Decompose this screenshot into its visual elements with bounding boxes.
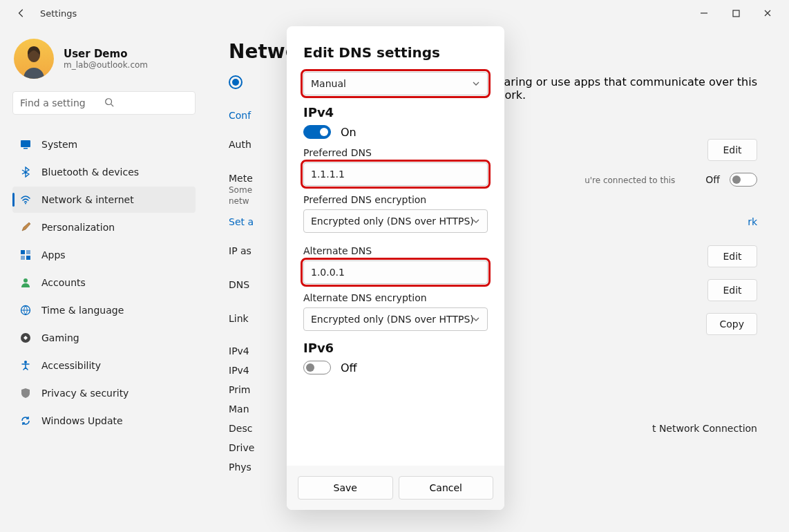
globe-icon — [19, 304, 32, 316]
svg-rect-5 — [23, 148, 28, 149]
svg-line-3 — [111, 104, 113, 107]
metered-sub1: Some — [229, 185, 253, 195]
accessibility-icon — [19, 359, 32, 372]
description-value-partial: t Network Connection — [652, 423, 757, 434]
metered-sub-right: u're connected to this — [584, 175, 675, 185]
apps-icon — [19, 249, 32, 261]
dns-mode-select[interactable]: Manual — [303, 72, 488, 95]
sidebar-item-update[interactable]: Windows Update — [12, 408, 196, 434]
sidebar-item-label: Personalization — [41, 222, 115, 233]
sidebar-item-gaming[interactable]: Gaming — [12, 325, 196, 351]
alternate-enc-label: Alternate DNS encryption — [303, 292, 488, 303]
chevron-down-icon — [472, 217, 480, 225]
cancel-button[interactable]: Cancel — [399, 476, 494, 500]
gaming-icon — [19, 332, 32, 344]
system-icon — [19, 138, 32, 151]
metered-toggle[interactable] — [730, 173, 757, 187]
ipv4-toggle[interactable] — [303, 125, 331, 139]
svg-rect-9 — [21, 256, 25, 260]
search-placeholder: Find a setting — [20, 97, 104, 108]
svg-rect-7 — [21, 250, 25, 254]
sidebar-item-accounts[interactable]: Accounts — [12, 269, 196, 296]
sidebar-item-label: Privacy & security — [41, 388, 129, 399]
search-icon — [104, 97, 189, 108]
ipv4-heading: IPv4 — [303, 105, 488, 120]
dialog-title: Edit DNS settings — [303, 44, 488, 61]
sidebar-item-network[interactable]: Network & internet — [12, 187, 196, 213]
svg-rect-4 — [21, 140, 30, 147]
auth-label: Auth — [229, 139, 251, 150]
chevron-down-icon — [472, 79, 480, 88]
back-icon[interactable] — [14, 6, 29, 21]
svg-rect-10 — [26, 256, 30, 260]
svg-point-11 — [23, 278, 28, 283]
metered-sub2: netw — [229, 196, 253, 206]
alternate-dns-value: 1.0.0.1 — [311, 267, 345, 278]
ipv6-heading: IPv6 — [303, 341, 488, 355]
sidebar-item-privacy[interactable]: Privacy & security — [12, 380, 196, 406]
avatar[interactable] — [14, 39, 54, 79]
ipv4-toggle-label: On — [341, 126, 357, 139]
chevron-down-icon — [472, 315, 480, 323]
description-label: Desc — [229, 423, 252, 434]
maximize-icon[interactable] — [720, 2, 752, 24]
edit-dns-dialog: Edit DNS settings Manual IPv4 On Preferr… — [287, 26, 504, 510]
preferred-enc-select[interactable]: Encrypted only (DNS over HTTPS) — [303, 209, 488, 233]
sidebar-item-label: Bluetooth & devices — [41, 167, 139, 178]
wifi-icon — [19, 193, 32, 206]
bluetooth-icon — [19, 166, 32, 178]
sidebar-item-apps[interactable]: Apps — [12, 242, 196, 268]
sidebar-item-accessibility[interactable]: Accessibility — [12, 352, 196, 379]
sidebar-item-label: System — [41, 139, 77, 150]
svg-point-14 — [24, 361, 27, 363]
alternate-enc-value: Encrypted only (DNS over HTTPS) — [311, 314, 474, 325]
save-button[interactable]: Save — [298, 476, 393, 500]
sidebar-item-label: Apps — [41, 249, 66, 260]
minimize-icon[interactable] — [688, 2, 720, 24]
sidebar-item-label: Gaming — [41, 332, 79, 343]
preferred-dns-label: Preferred DNS — [303, 147, 488, 158]
ipv6-toggle-label: Off — [341, 361, 357, 374]
search-input[interactable]: Find a setting — [12, 91, 196, 115]
svg-rect-8 — [26, 250, 30, 254]
user-name: User Demo — [64, 48, 148, 60]
linklocal-label: Link — [229, 313, 249, 324]
ipv6-toggle[interactable] — [303, 361, 331, 374]
alternate-dns-label: Alternate DNS — [303, 245, 488, 256]
ip-edit-button[interactable]: Edit — [707, 245, 757, 267]
sidebar-item-label: Accounts — [41, 277, 86, 288]
sidebar-item-label: Windows Update — [41, 415, 123, 426]
sidebar-item-system[interactable]: System — [12, 131, 196, 158]
shield-icon — [19, 387, 32, 399]
set-data-limit-link[interactable]: Set a — [229, 216, 254, 227]
preferred-dns-input[interactable]: 1.1.1.1 — [303, 162, 488, 186]
person-icon — [19, 276, 32, 289]
preferred-enc-label: Preferred DNS encryption — [303, 194, 488, 205]
dns-mode-value: Manual — [311, 78, 346, 89]
dns-edit-button[interactable]: Edit — [707, 279, 757, 301]
svg-point-6 — [25, 203, 26, 205]
update-icon — [19, 415, 32, 427]
svg-point-2 — [105, 99, 111, 105]
alternate-enc-select[interactable]: Encrypted only (DNS over HTTPS) — [303, 307, 488, 331]
close-icon[interactable] — [752, 2, 783, 24]
sidebar-item-bluetooth[interactable]: Bluetooth & devices — [12, 159, 196, 185]
sidebar-item-label: Accessibility — [41, 360, 101, 371]
network-profile-radio[interactable] — [229, 75, 243, 89]
dns-assignment-label: DNS — [229, 279, 249, 290]
sidebar-item-personalization[interactable]: Personalization — [12, 214, 196, 240]
sidebar-item-time[interactable]: Time & language — [12, 297, 196, 323]
sidebar-item-label: Time & language — [41, 305, 124, 316]
preferred-dns-value: 1.1.1.1 — [311, 169, 345, 180]
copy-button[interactable]: Copy — [706, 313, 757, 335]
alternate-dns-input[interactable]: 1.0.0.1 — [303, 260, 488, 284]
brush-icon — [19, 221, 32, 234]
preferred-enc-value: Encrypted only (DNS over HTTPS) — [311, 216, 474, 227]
metered-label: Mete — [229, 173, 253, 184]
user-email: m_lab@outlook.com — [64, 60, 148, 70]
metered-value: Off — [705, 174, 720, 185]
ip-assignment-label: IP as — [229, 245, 251, 256]
auth-edit-button[interactable]: Edit — [707, 139, 757, 161]
set-data-limit-right: rk — [748, 216, 757, 227]
app-title: Settings — [40, 8, 688, 19]
